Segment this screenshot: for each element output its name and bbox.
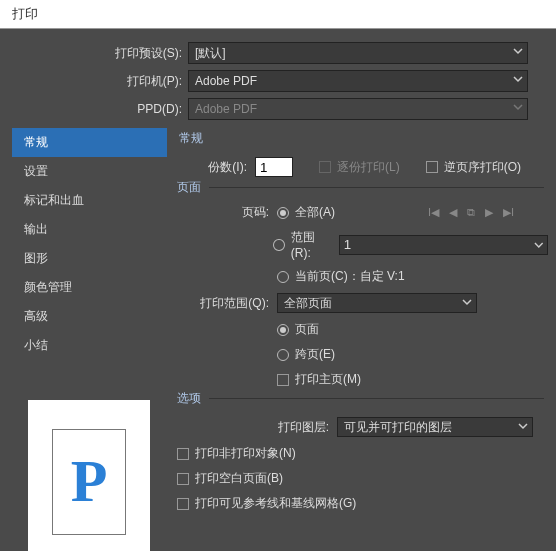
- page-nav: I◀ ◀ ⧉ ▶ ▶I: [428, 206, 544, 219]
- blank-checkbox[interactable]: [177, 473, 189, 485]
- nonprint-label: 打印非打印对象(N): [195, 445, 296, 462]
- layer-dropdown[interactable]: 可见并可打印的图层: [337, 417, 533, 437]
- chevron-down-icon: [513, 46, 523, 56]
- copies-input[interactable]: [255, 157, 293, 177]
- prev-page-icon[interactable]: ◀: [449, 206, 457, 219]
- dialog-title: 打印: [0, 0, 556, 29]
- all-label: 全部(A): [295, 204, 335, 221]
- top-settings: 打印预设(S): [默认] 打印机(P): Adobe PDF PPD(D): …: [104, 42, 544, 120]
- sidebar-item-marks[interactable]: 标记和出血: [12, 186, 167, 215]
- sidebar-item-output[interactable]: 输出: [12, 215, 167, 244]
- reverse-checkbox[interactable]: [426, 161, 438, 173]
- ppd-dropdown: Adobe PDF: [188, 98, 528, 120]
- chevron-down-icon: [518, 421, 528, 431]
- range-input[interactable]: [339, 235, 549, 255]
- master-label: 打印主页(M): [295, 371, 361, 388]
- next-page-icon[interactable]: ▶: [485, 206, 493, 219]
- options-group-title: 选项: [177, 390, 209, 407]
- current-radio[interactable]: [277, 271, 289, 283]
- scope-dropdown[interactable]: 全部页面: [277, 293, 477, 313]
- all-radio[interactable]: [277, 207, 289, 219]
- current-label: 当前页(C)：自定 V:1: [295, 268, 405, 285]
- last-page-icon[interactable]: ▶I: [503, 206, 514, 219]
- options-group: 选项 打印图层: 可见并可打印的图层 打印非打印对象(N): [177, 398, 544, 512]
- copies-label: 份数(I):: [177, 159, 255, 176]
- sidebar-item-summary[interactable]: 小结: [12, 331, 167, 360]
- sidebar-item-graphics[interactable]: 图形: [12, 244, 167, 273]
- chevron-down-icon: [513, 102, 523, 112]
- collate-checkbox: [319, 161, 331, 173]
- page-preview: P: [12, 390, 167, 551]
- general-panel: 常规 份数(I): 逐份打印(L) 逆页序打印(O) 页面 页码:: [167, 128, 544, 551]
- master-checkbox[interactable]: [277, 374, 289, 386]
- printer-dropdown[interactable]: Adobe PDF: [188, 70, 528, 92]
- first-page-icon[interactable]: I◀: [428, 206, 439, 219]
- category-sidebar: 常规 设置 标记和出血 输出 图形 颜色管理 高级 小结 P: [12, 128, 167, 551]
- chevron-down-icon[interactable]: [534, 240, 544, 250]
- guides-label: 打印可见参考线和基线网格(G): [195, 495, 356, 512]
- nonprint-checkbox[interactable]: [177, 448, 189, 460]
- pages-group-title: 页面: [177, 179, 209, 196]
- page-label: 页面: [295, 321, 319, 338]
- sidebar-item-general[interactable]: 常规: [12, 128, 167, 157]
- spread-radio[interactable]: [277, 349, 289, 361]
- range-label: 范围(R):: [291, 229, 333, 260]
- panel-title: 常规: [179, 130, 544, 147]
- collate-label: 逐份打印(L): [337, 159, 400, 176]
- pagenum-label: 页码:: [177, 204, 277, 221]
- print-dialog: 打印预设(S): [默认] 打印机(P): Adobe PDF PPD(D): …: [0, 30, 556, 551]
- sidebar-item-color[interactable]: 颜色管理: [12, 273, 167, 302]
- spread-icon[interactable]: ⧉: [467, 206, 475, 219]
- layer-label: 打印图层:: [177, 419, 337, 436]
- reverse-label: 逆页序打印(O): [444, 159, 521, 176]
- sidebar-item-setup[interactable]: 设置: [12, 157, 167, 186]
- pages-group: 页面 页码: 全部(A) I◀ ◀ ⧉ ▶ ▶I: [177, 187, 544, 388]
- chevron-down-icon: [462, 297, 472, 307]
- chevron-down-icon: [513, 74, 523, 84]
- preset-dropdown[interactable]: [默认]: [188, 42, 528, 64]
- scope-label: 打印范围(Q):: [177, 295, 277, 312]
- ppd-label: PPD(D):: [104, 102, 188, 116]
- preview-letter: P: [71, 447, 108, 516]
- page-radio[interactable]: [277, 324, 289, 336]
- blank-label: 打印空白页面(B): [195, 470, 283, 487]
- sidebar-item-advanced[interactable]: 高级: [12, 302, 167, 331]
- preset-label: 打印预设(S):: [104, 45, 188, 62]
- guides-checkbox[interactable]: [177, 498, 189, 510]
- range-radio[interactable]: [273, 239, 285, 251]
- spread-label: 跨页(E): [295, 346, 335, 363]
- printer-label: 打印机(P):: [104, 73, 188, 90]
